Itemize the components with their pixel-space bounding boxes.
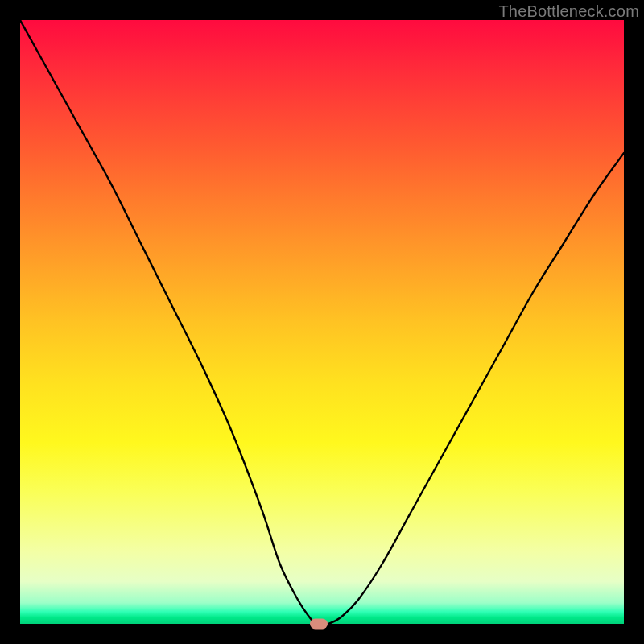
watermark-text: TheBottleneck.com	[498, 2, 639, 21]
bottleneck-curve	[20, 20, 624, 624]
optimal-marker	[310, 619, 328, 630]
plot-area	[20, 20, 624, 624]
chart-frame: TheBottleneck.com	[0, 0, 644, 644]
